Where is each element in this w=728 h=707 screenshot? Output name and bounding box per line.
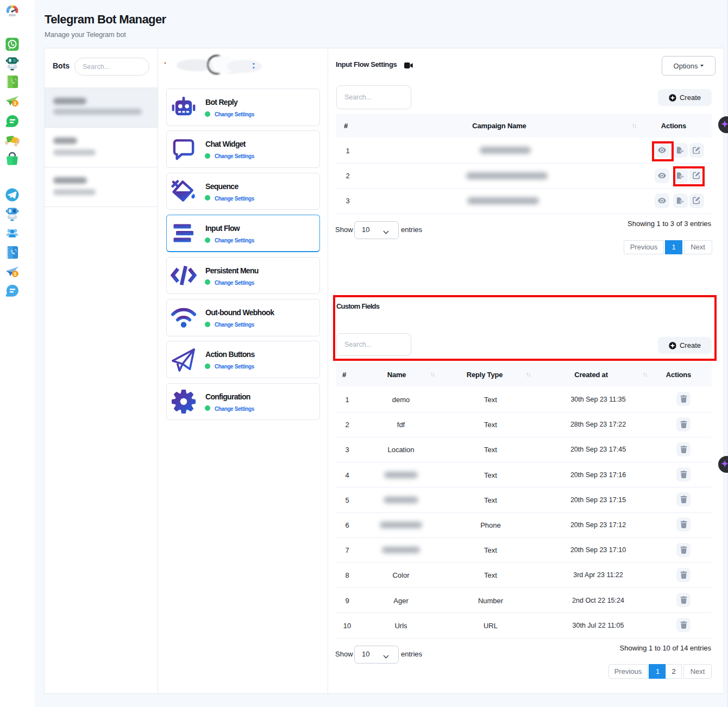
svg-text:1: 1 (14, 101, 16, 106)
svg-text:1: 1 (14, 271, 16, 277)
